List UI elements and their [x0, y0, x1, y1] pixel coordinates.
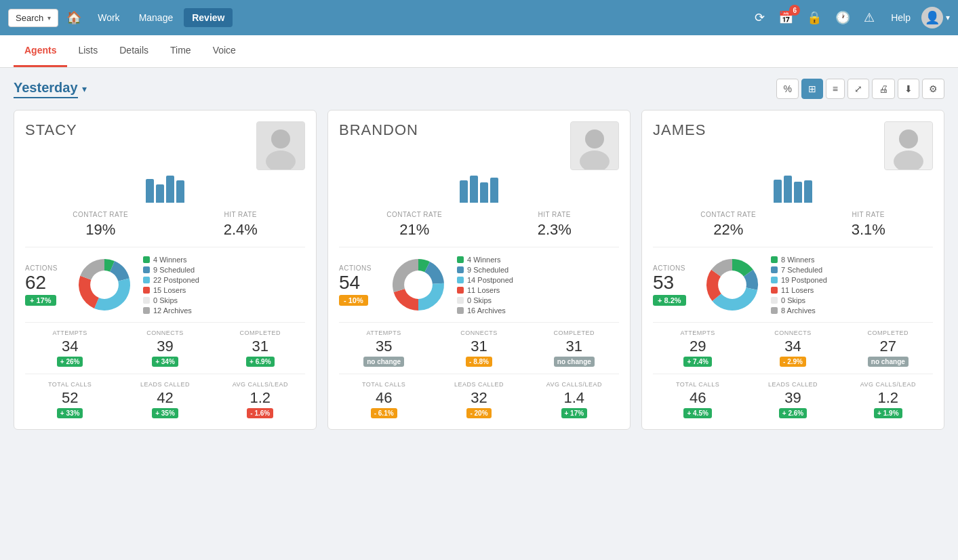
actions-section: ACTIONS 62 + 17% 4 Winners 9 Scheduled 2…: [25, 254, 305, 315]
tab-lists[interactable]: Lists: [67, 35, 108, 67]
tab-details[interactable]: Details: [108, 35, 159, 67]
bar: [794, 182, 802, 203]
svg-point-9: [899, 129, 918, 148]
stat-value: 39: [748, 389, 837, 407]
divider2: [25, 322, 305, 323]
legend-label: 0 Skips: [781, 296, 805, 304]
stat-col: ATTEMPTS 34 + 26%: [25, 329, 115, 367]
actions-count: 53: [653, 272, 674, 294]
stat-label: ATTEMPTS: [653, 329, 742, 336]
stat-value: 1.2: [843, 389, 933, 407]
agent-name: JAMES: [653, 121, 706, 139]
bar-chart: [460, 176, 498, 203]
clock-button[interactable]: 🕐: [830, 6, 856, 29]
stat-value: 1.2: [216, 389, 305, 407]
legend-dot: [143, 287, 150, 294]
stat-value: 34: [748, 338, 837, 355]
stat-value: 42: [120, 389, 209, 407]
help-button[interactable]: Help: [883, 8, 919, 27]
hit-rate-col: HIT RATE 2.4%: [224, 211, 258, 239]
legend-label: 11 Losers: [467, 286, 500, 294]
stat-label: ATTEMPTS: [339, 329, 428, 336]
stats-bottom-grid: TOTAL CALLS 46 + 4.5% LEADS CALLED 39 + …: [653, 381, 933, 418]
review-button[interactable]: Review: [184, 8, 233, 27]
legend-item: 0 Skips: [457, 296, 513, 304]
expand-view-button[interactable]: ⤢: [847, 79, 869, 99]
stat-label: LEADS CALLED: [748, 381, 837, 388]
download-button[interactable]: ⬇: [898, 79, 919, 99]
bar: [166, 176, 174, 203]
hit-rate-value: 2.4%: [224, 221, 258, 239]
filter-row: Yesterday ▾ % ⊞ ≡ ⤢ 🖨 ⬇ ⚙: [14, 79, 944, 99]
toolbar-right: % ⊞ ≡ ⤢ 🖨 ⬇ ⚙: [776, 79, 944, 99]
legend-item: 8 Archives: [771, 306, 827, 315]
stat-value: 46: [653, 389, 742, 407]
legend-item: 19 Postponed: [771, 276, 827, 284]
hit-rate-col: HIT RATE 3.1%: [852, 211, 885, 239]
top-navigation: Search ▾ 🏠 Work Manage Review ⟳ 📅 6 🔒 🕐 …: [0, 0, 958, 35]
agent-card-stacy: STACY CONTACT RATE 19% HIT RATE 2.4% ACT…: [14, 110, 317, 430]
stat-badge: + 7.4%: [683, 357, 711, 367]
grid-view-button[interactable]: ⊞: [801, 79, 823, 99]
stat-label: ATTEMPTS: [25, 329, 115, 336]
tab-voice[interactable]: Voice: [202, 35, 247, 67]
manage-button[interactable]: Manage: [131, 8, 182, 27]
tab-agents[interactable]: Agents: [14, 35, 67, 67]
date-filter-button[interactable]: Yesterday ▾: [14, 80, 87, 98]
print-button[interactable]: 🖨: [872, 79, 895, 99]
sub-navigation: Agents Lists Details Time Voice: [0, 35, 958, 68]
legend-label: 9 Scheduled: [467, 266, 508, 274]
stat-badge: + 34%: [152, 357, 178, 367]
avatar-button[interactable]: 👤 ▾: [921, 7, 950, 28]
history-button[interactable]: ⟳: [749, 6, 770, 29]
legend-dot: [457, 256, 464, 263]
stats-top-grid: ATTEMPTS 34 + 26% CONNECTS 39 + 34% COMP…: [25, 329, 305, 367]
hit-rate-col: HIT RATE 2.3%: [538, 211, 572, 239]
alert-button[interactable]: ⚠: [858, 6, 880, 29]
stat-value: 1.4: [530, 389, 619, 407]
bar: [480, 182, 488, 203]
home-button[interactable]: 🏠: [61, 6, 87, 29]
svg-point-7: [404, 271, 433, 299]
legend-item: 4 Winners: [143, 256, 199, 264]
card-header: BRANDON: [339, 121, 619, 170]
legend-label: 11 Losers: [781, 286, 814, 294]
contact-rate-label: CONTACT RATE: [73, 211, 128, 218]
settings-button[interactable]: ⚙: [922, 79, 944, 99]
stat-value: 31: [216, 338, 305, 355]
work-button[interactable]: Work: [89, 8, 127, 27]
divider: [653, 247, 933, 247]
legend: 4 Winners 9 Scheduled 14 Postponed 11 Lo…: [457, 256, 513, 315]
hit-rate-label: HIT RATE: [538, 211, 572, 218]
lock-button[interactable]: 🔒: [801, 6, 827, 29]
legend-label: 9 Scheduled: [153, 266, 195, 274]
stat-value: 31: [434, 338, 523, 355]
stat-col-bottom: AVG CALLS/LEAD 1.2 - 1.6%: [216, 381, 305, 418]
legend-item: 4 Winners: [457, 256, 513, 264]
percent-view-button[interactable]: %: [776, 79, 798, 99]
tab-time[interactable]: Time: [159, 35, 202, 67]
legend-label: 8 Archives: [781, 306, 816, 315]
stats-top-grid: ATTEMPTS 35 no change CONNECTS 31 - 8.8%…: [339, 329, 619, 367]
donut-chart: [388, 254, 449, 315]
legend-dot: [771, 287, 778, 294]
stat-label: LEADS CALLED: [434, 381, 523, 388]
legend-dot: [457, 297, 464, 304]
calendar-button[interactable]: 📅 6: [773, 6, 799, 29]
stat-badge-bottom: - 1.6%: [247, 408, 273, 418]
bar: [176, 180, 184, 203]
legend-item: 9 Scheduled: [457, 266, 513, 274]
stats-bottom-grid: TOTAL CALLS 52 + 33% LEADS CALLED 42 + 3…: [25, 381, 305, 418]
bar: [470, 176, 478, 203]
search-button[interactable]: Search ▾: [8, 9, 58, 27]
list-view-button[interactable]: ≡: [826, 79, 845, 99]
legend-item: 0 Skips: [143, 296, 199, 304]
legend-item: 9 Scheduled: [143, 266, 199, 274]
stat-badge: - 2.9%: [780, 357, 806, 367]
stat-label: TOTAL CALLS: [339, 381, 428, 388]
stat-col-bottom: LEADS CALLED 42 + 35%: [120, 381, 209, 418]
legend: 4 Winners 9 Scheduled 22 Postponed 15 Lo…: [143, 256, 199, 315]
actions-left: ACTIONS 54 - 10%: [339, 264, 380, 306]
bar: [774, 180, 782, 203]
stat-badge: no change: [868, 357, 909, 367]
